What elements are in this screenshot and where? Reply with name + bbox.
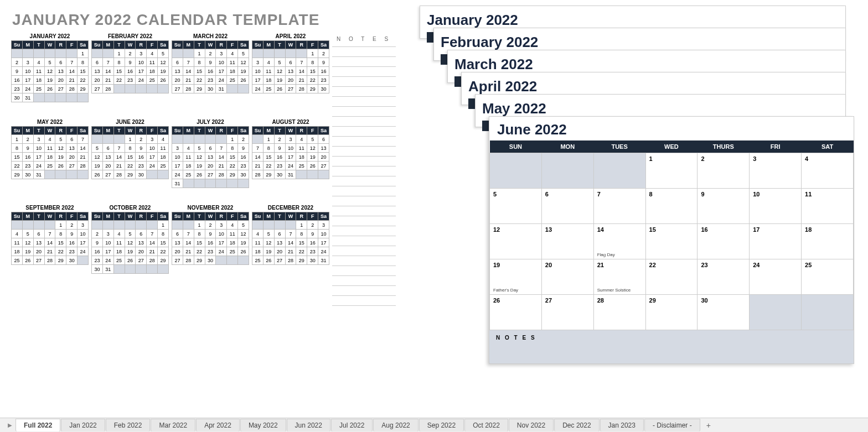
- big-day-cell[interactable]: 15: [645, 224, 698, 259]
- big-day-cell[interactable]: 17: [750, 224, 802, 259]
- big-day-cell[interactable]: 6: [541, 189, 593, 224]
- big-day-cell[interactable]: [490, 153, 542, 189]
- sheet-tab[interactable]: Feb 2022: [106, 419, 151, 431]
- notes-line[interactable]: [332, 266, 396, 276]
- big-day-cell[interactable]: 18: [802, 224, 854, 259]
- mini-day-cell: 2: [274, 135, 285, 144]
- notes-line[interactable]: [332, 137, 396, 147]
- notes-line[interactable]: [332, 157, 396, 166]
- mini-month: DECEMBER 2022SuMTWRFSa123456789101112131…: [252, 205, 329, 274]
- sheet-tab[interactable]: Full 2022: [16, 419, 60, 431]
- big-day-cell[interactable]: 16: [698, 224, 750, 259]
- mini-day-cell: 29: [12, 170, 23, 179]
- big-day-cell[interactable]: 21Summer Solstice: [593, 259, 645, 295]
- notes-line[interactable]: [332, 166, 396, 176]
- big-day-cell[interactable]: 29: [645, 295, 698, 330]
- big-day-cell[interactable]: 28: [593, 295, 645, 330]
- mini-day-cell: [147, 85, 158, 93]
- big-day-cell[interactable]: 3: [750, 153, 802, 189]
- sheet-tab[interactable]: May 2022: [240, 419, 286, 431]
- mini-day-cell: 13: [285, 67, 296, 76]
- mini-day-cell: 22: [78, 76, 89, 85]
- big-day-cell[interactable]: 25: [802, 259, 854, 295]
- big-day-cell[interactable]: 4: [802, 153, 854, 189]
- sheet-tab[interactable]: Jan 2023: [600, 419, 644, 431]
- big-day-cell[interactable]: 11: [802, 189, 854, 224]
- big-day-cell[interactable]: 7: [593, 189, 645, 224]
- big-day-cell[interactable]: 26: [490, 295, 542, 330]
- notes-line[interactable]: [332, 117, 396, 127]
- notes-line[interactable]: [332, 286, 396, 296]
- notes-line[interactable]: [332, 196, 396, 206]
- day-header: T: [194, 41, 205, 49]
- notes-line[interactable]: [332, 107, 396, 117]
- notes-line[interactable]: [332, 276, 396, 286]
- big-day-cell[interactable]: 1: [645, 153, 698, 189]
- big-day-cell[interactable]: [802, 295, 854, 330]
- notes-title: N O T E S: [332, 36, 396, 42]
- sheet-tab[interactable]: Nov 2022: [509, 419, 554, 431]
- big-day-cell[interactable]: 8: [645, 189, 698, 224]
- notes-line[interactable]: [332, 176, 396, 186]
- big-day-cell[interactable]: [593, 153, 645, 189]
- big-day-cell[interactable]: 27: [541, 295, 593, 330]
- sheet-tab[interactable]: Apr 2022: [196, 419, 240, 431]
- mini-month-title: DECEMBER 2022: [252, 205, 329, 211]
- big-day-cell[interactable]: [750, 295, 802, 330]
- sheet-tab[interactable]: Jan 2022: [61, 419, 105, 431]
- sheet-tab[interactable]: Aug 2022: [373, 419, 418, 431]
- sheet-tab[interactable]: Sep 2022: [419, 419, 464, 431]
- notes-line[interactable]: [332, 97, 396, 107]
- big-day-cell[interactable]: 23: [698, 259, 750, 295]
- notes-line[interactable]: [332, 206, 396, 216]
- big-day-cell[interactable]: [541, 153, 593, 189]
- sheet-tab[interactable]: Jul 2022: [331, 419, 373, 431]
- sheet-tab[interactable]: - Disclaimer -: [644, 419, 700, 431]
- mini-day-cell: 4: [296, 135, 307, 144]
- mini-day-cell: [113, 85, 125, 93]
- big-day-cell[interactable]: 14Flag Day: [593, 224, 645, 259]
- notes-line[interactable]: [332, 246, 396, 256]
- mini-day-cell: 18: [113, 247, 125, 256]
- notes-line[interactable]: [332, 216, 396, 226]
- mini-day-cell: 7: [113, 144, 125, 153]
- big-day-cell[interactable]: 2: [698, 153, 750, 189]
- mini-day-cell: 19: [263, 247, 274, 256]
- big-day-cell[interactable]: 30: [698, 295, 750, 330]
- notes-line[interactable]: [332, 147, 396, 157]
- card-title: February 2022: [441, 34, 839, 51]
- big-day-cell[interactable]: 20: [541, 259, 593, 295]
- tab-prev-icon[interactable]: ▶: [4, 422, 16, 428]
- notes-line[interactable]: [332, 87, 396, 97]
- mini-month: JULY 2022SuMTWRFSa1234567891011121314151…: [172, 119, 249, 188]
- sheet-tab[interactable]: Oct 2022: [464, 419, 508, 431]
- notes-line[interactable]: [332, 226, 396, 236]
- sheet-tab[interactable]: Dec 2022: [554, 419, 599, 431]
- big-day-cell[interactable]: 10: [750, 189, 802, 224]
- sheet-tab[interactable]: Jun 2022: [287, 419, 330, 431]
- mini-day-cell: 3: [147, 135, 158, 144]
- notes-line[interactable]: [332, 47, 396, 57]
- big-day-cell[interactable]: 13: [541, 224, 593, 259]
- add-sheet-button[interactable]: +: [701, 420, 716, 431]
- mini-day-cell: 21: [102, 76, 113, 85]
- notes-line[interactable]: [332, 67, 396, 77]
- big-notes-section[interactable]: N O T E S: [489, 330, 854, 363]
- notes-line[interactable]: [332, 236, 396, 246]
- big-day-cell[interactable]: 24: [750, 259, 802, 295]
- notes-line[interactable]: [332, 296, 396, 306]
- mini-day-cell: 28: [183, 256, 194, 265]
- notes-line[interactable]: [332, 57, 396, 67]
- big-day-cell[interactable]: 12: [490, 224, 542, 259]
- notes-line[interactable]: [332, 256, 396, 266]
- big-day-cell[interactable]: 5: [490, 189, 542, 224]
- big-day-cell[interactable]: 19Father's Day: [490, 259, 542, 295]
- notes-line[interactable]: [332, 186, 396, 196]
- sheet-tab[interactable]: Mar 2022: [151, 419, 195, 431]
- notes-line[interactable]: [332, 127, 396, 137]
- big-day-cell[interactable]: 9: [698, 189, 750, 224]
- big-day-cell[interactable]: 22: [645, 259, 698, 295]
- day-header: F: [66, 127, 78, 135]
- mini-day-cell: 29: [227, 170, 238, 179]
- notes-line[interactable]: [332, 77, 396, 87]
